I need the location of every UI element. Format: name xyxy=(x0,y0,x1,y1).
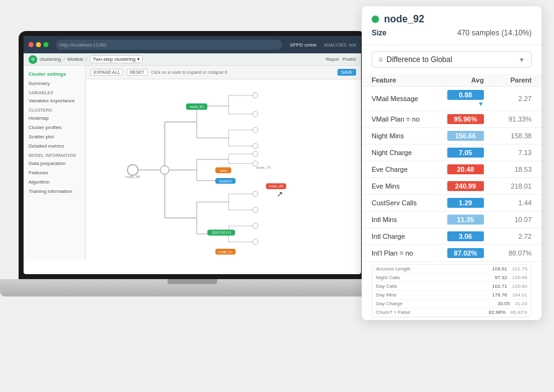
nav-right: test xyxy=(349,43,356,47)
parent-cell: 88.07% xyxy=(494,245,542,262)
breadcrumb-icon: ⚙ xyxy=(29,55,37,64)
mini-label: Account Length xyxy=(376,266,492,272)
sidebar-item-features[interactable]: Features xyxy=(24,168,85,177)
mini-table-row: Churn? = False: 82.98% 86.82% xyxy=(372,308,531,317)
laptop-notch xyxy=(168,279,217,284)
action-predict[interactable]: Predict xyxy=(342,57,356,61)
feature-cell: VMail Plan = no xyxy=(362,111,437,128)
laptop: http://localhost:11382 SFPD crime ANALYS… xyxy=(0,25,385,372)
feature-cell: Int'l Plan = no xyxy=(362,245,437,262)
breadcrumb-item2: Models xyxy=(67,56,83,62)
svg-point-58 xyxy=(252,143,258,149)
breadcrumb-actions: Report Predict xyxy=(326,57,356,61)
toolbar-hint: Click on a node to expand or collapse it… xyxy=(151,70,228,74)
node-indicator xyxy=(372,16,379,23)
panel-size-value: 470 samples (14.10%) xyxy=(457,29,532,37)
avg-cell: 3.06 xyxy=(437,228,494,245)
feature-cell: Eve Charge xyxy=(362,161,437,178)
mini-table-row: Day Calls 102.71 100.60 xyxy=(372,282,531,291)
panel-size-label: Size xyxy=(372,29,386,37)
svg-text:node_91: node_91 xyxy=(189,105,204,109)
sidebar-section-variables: VARIABLES xyxy=(24,88,85,96)
sidebar-item-cluster-profiles[interactable]: Cluster profiles xyxy=(24,123,85,132)
sidebar-item-scatter-plot[interactable]: Scatter plot xyxy=(24,132,85,141)
parent-cell: 10.07 xyxy=(494,212,542,228)
mini-val: 102.71 xyxy=(492,283,507,289)
sidebar-item-training[interactable]: Training information xyxy=(24,187,85,196)
svg-point-61 xyxy=(252,191,258,197)
mini-label: Churn? = False: xyxy=(376,310,489,315)
table-row: Night Charge7.057.13 xyxy=(362,145,542,161)
avg-cell: 156.66 xyxy=(437,128,494,145)
breadcrumb-icon-symbol: ⚙ xyxy=(31,57,35,62)
parent-cell: 158.38 xyxy=(494,128,542,145)
reset-button[interactable]: RESET xyxy=(127,69,147,76)
sidebar-item-heatmap[interactable]: Heatmap xyxy=(24,114,85,123)
mini-val: 176.76 xyxy=(492,292,507,298)
breadcrumb-sep1: / xyxy=(63,56,65,62)
mini-val: 82.98% xyxy=(489,310,506,315)
svg-text:ZERTIZIYIJ: ZERTIZIYIJ xyxy=(212,231,231,234)
avg-cell: 20.48 xyxy=(437,161,494,178)
table-row: Int'l Plan = no87.02%88.07% xyxy=(362,245,542,262)
mini-val2: 100.96 xyxy=(512,275,527,280)
svg-point-62 xyxy=(252,207,258,213)
sidebar-item-cluster-settings[interactable]: Cluster settings xyxy=(24,69,85,79)
expand-all-button[interactable]: EXPAND ALL xyxy=(91,69,123,76)
svg-point-55 xyxy=(252,92,258,98)
svg-point-56 xyxy=(252,112,258,117)
info-panel: node_92 Size 470 samples (14.10%) ≡ Diff… xyxy=(362,6,542,320)
mini-val: 109.61 xyxy=(492,266,507,272)
parent-cell: 18.53 xyxy=(494,161,542,178)
parent-cell: 7.13 xyxy=(494,145,542,161)
action-report[interactable]: Report xyxy=(326,57,339,61)
avg-cell: 240.99 xyxy=(437,178,494,195)
parent-cell: 2.27 xyxy=(494,87,542,111)
sidebar-item-data-prep[interactable]: Data preparation xyxy=(24,159,85,168)
table-row: Night Mins156.66158.38 xyxy=(362,128,542,145)
sidebar-section-model-info: MODEL INFORMATION xyxy=(24,151,85,159)
avg-cell: 0.88 ▼ xyxy=(437,87,494,111)
table-row: Eve Charge20.4818.53 xyxy=(362,161,542,178)
avg-cell: 11.35 xyxy=(437,212,494,228)
mini-table-row: Night Calls 97.32 100.96 xyxy=(372,274,531,282)
feature-cell: CustServ Calls xyxy=(362,195,437,212)
panel-dropdown[interactable]: ≡ Difference to Global ▼ xyxy=(372,51,532,68)
svg-text:node_88: node_88 xyxy=(125,175,140,179)
mini-val2: 100.60 xyxy=(512,283,527,289)
mini-table-row: Account Length 109.61 101.75 xyxy=(372,265,531,274)
breadcrumb-sep2: / xyxy=(86,56,87,62)
svg-point-59 xyxy=(252,151,258,157)
sidebar-item-detailed-metrics[interactable]: Detailed metrics xyxy=(24,141,85,151)
traffic-light-red[interactable] xyxy=(29,42,34,47)
parent-cell: 2.72 xyxy=(494,228,542,245)
sidebar: Cluster settings Summary VARIABLES Varia… xyxy=(24,66,86,261)
avg-cell: 95.96% xyxy=(437,111,494,128)
mini-val2: 86.82% xyxy=(511,310,527,315)
main-toolbar: EXPAND ALL RESET Click on a node to expa… xyxy=(86,66,361,79)
laptop-base xyxy=(0,279,385,296)
mini-val2: 184.01 xyxy=(512,292,527,298)
traffic-light-yellow[interactable] xyxy=(36,42,41,47)
feature-cell: Intl Mins xyxy=(362,212,437,228)
mini-label: Day Mins xyxy=(376,292,492,298)
breadcrumb-dropdown[interactable]: Two-step clustering ▾ xyxy=(90,55,143,63)
feature-cell: Intl Charge xyxy=(362,228,437,245)
mini-val: 30.05 xyxy=(498,301,510,306)
feature-cell: VMail Message xyxy=(362,87,437,111)
save-button[interactable]: SAVE xyxy=(337,69,356,76)
sidebar-item-variables-importance[interactable]: Variables importance xyxy=(24,96,85,105)
sidebar-item-summary[interactable]: Summary xyxy=(24,79,85,88)
svg-text:↗: ↗ xyxy=(277,190,283,198)
traffic-light-green[interactable] xyxy=(43,42,48,47)
mini-label: Day Charge xyxy=(376,301,498,306)
main-content: EXPAND ALL RESET Click on a node to expa… xyxy=(86,66,361,261)
tree-svg: node_88 node_91 test testbe2 xyxy=(86,79,361,261)
svg-point-63 xyxy=(252,223,258,229)
tree-canvas: node_88 node_91 test testbe2 xyxy=(86,79,361,261)
sidebar-item-algorithm[interactable]: Algorithm xyxy=(24,177,85,187)
parent-cell: 218.01 xyxy=(494,178,542,195)
parent-cell: 1.44 xyxy=(494,195,542,212)
app-toolbar: http://localhost:11382 SFPD crime ANALYS… xyxy=(24,36,361,53)
avg-cell: 87.02% xyxy=(437,245,494,262)
